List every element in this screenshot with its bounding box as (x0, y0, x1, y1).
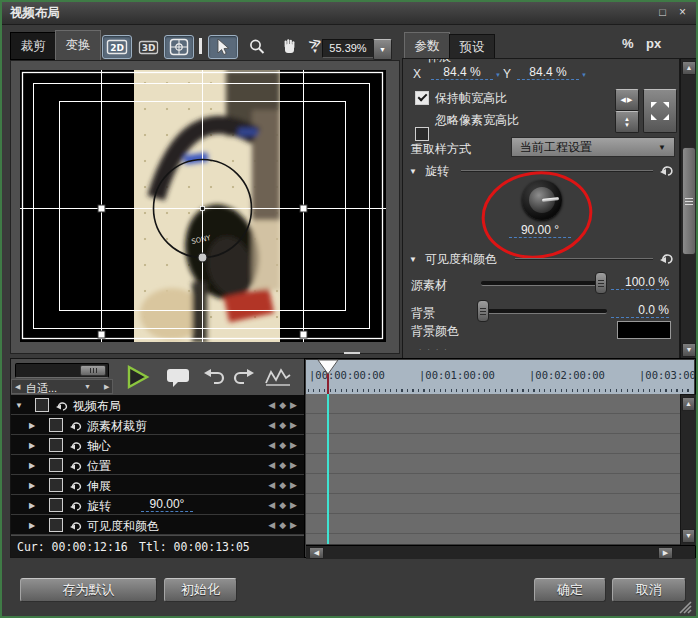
row-rotation-value[interactable]: 90.00° (141, 497, 193, 512)
tab-parameters[interactable]: 参数 (404, 32, 450, 60)
expand-icon[interactable]: ▶ (29, 421, 35, 430)
row-reset-icon[interactable] (69, 459, 83, 471)
bg-color-swatch[interactable] (617, 321, 671, 339)
panel-scroll-thumb[interactable] (682, 147, 696, 255)
scroll-down-button[interactable]: ▼ (682, 343, 696, 357)
bottom-left-handle[interactable] (98, 331, 105, 338)
add-keyframe-icon[interactable]: ◆ (279, 520, 290, 530)
resample-dropdown[interactable]: 当前工程设置 ▼ (511, 137, 675, 157)
bottom-right-handle[interactable] (300, 331, 307, 338)
timeline-zoom-thumb[interactable] (80, 365, 106, 376)
source-value-field[interactable]: 100.0 % (611, 275, 669, 290)
expand-icon[interactable]: ▶ (29, 501, 35, 510)
next-keyframe-icon[interactable]: ▶ (290, 500, 301, 510)
source-slider-track[interactable] (481, 281, 607, 286)
scroll-up-button[interactable]: ▲ (682, 61, 696, 75)
tree-row-stretch[interactable]: ▶ 伸展 ◀◆▶ (11, 475, 309, 495)
maximize-icon[interactable]: □ (655, 5, 670, 20)
scale-dropdown-icon[interactable]: ▼ (84, 383, 91, 390)
timeline-scale-dropdown[interactable]: ◀ 自适... ▼ ▶ (11, 379, 113, 394)
tree-row-anchor[interactable]: ▶ 轴心 ◀◆▶ (11, 435, 309, 455)
rotation-value-field[interactable]: 90.00 ° (509, 223, 571, 238)
y-spinner-icon[interactable]: ▼ (581, 72, 587, 78)
expand-icon[interactable]: ▶ (29, 481, 35, 490)
rotation-dial[interactable] (522, 180, 562, 220)
mode-3d-button[interactable]: 3D (133, 35, 163, 59)
fit-frame-button[interactable] (643, 89, 677, 133)
zoom-tool-button[interactable] (242, 35, 272, 59)
curve-editor-button[interactable] (265, 367, 291, 387)
redo-button[interactable] (231, 369, 255, 386)
tracks-vscrollbar[interactable]: ▲ ▼ (680, 394, 697, 546)
tab-transform[interactable]: 变换 (55, 30, 101, 60)
anchor-point[interactable] (201, 207, 205, 211)
playhead-marker[interactable] (317, 359, 339, 375)
expand-icon[interactable]: ▶ (29, 441, 35, 450)
unit-pixel-toggle[interactable]: px (646, 36, 661, 51)
visibility-collapse-icon[interactable]: ▼ (409, 255, 417, 264)
row-enable-checkbox[interactable] (49, 418, 63, 432)
left-edge-handle[interactable] (98, 205, 105, 212)
add-keyframe-icon[interactable]: ◆ (279, 460, 290, 470)
title-bar[interactable]: 视频布局 □ × (2, 2, 696, 25)
prev-keyframe-icon[interactable]: ◀ (268, 440, 279, 450)
background-value-field[interactable]: 0.0 % (611, 303, 669, 318)
resize-grip[interactable] (677, 599, 693, 614)
horizontal-spin-button[interactable]: ◀▶ (615, 89, 639, 111)
initialize-button[interactable]: 初始化 (164, 578, 237, 602)
rotation-section-label[interactable]: 旋转 (425, 163, 449, 180)
timeline-ruler[interactable]: |00:00:00:00 |00:01:00:00 |00:02:00:00 |… (306, 360, 694, 395)
next-keyframe-icon[interactable]: ▶ (290, 420, 301, 430)
background-slider-thumb[interactable] (477, 300, 489, 322)
tree-row-rotation[interactable]: ▶ 旋转 90.00° ◀◆▶ (11, 495, 309, 515)
row-reset-icon[interactable] (55, 399, 69, 411)
tracks-scroll-down-button[interactable]: ▼ (682, 529, 695, 543)
next-keyframe-icon[interactable]: ▶ (290, 400, 301, 410)
x-value-field[interactable]: 84.4 % (431, 65, 493, 80)
unit-percent-toggle[interactable]: % (622, 36, 634, 51)
prev-keyframe-icon[interactable]: ◀ (268, 520, 279, 530)
rotation-collapse-icon[interactable]: ▼ (409, 167, 417, 176)
expand-icon[interactable]: ▶ (29, 461, 35, 470)
ok-button[interactable]: 确定 (534, 578, 606, 602)
row-reset-icon[interactable] (69, 499, 83, 511)
tree-row-source-crop[interactable]: ▶ 源素材裁剪 ◀◆▶ (11, 415, 309, 435)
ignore-pixel-aspect-checkbox[interactable] (415, 127, 429, 141)
comment-button[interactable] (165, 367, 193, 389)
row-reset-icon[interactable] (69, 439, 83, 451)
y-value-field[interactable]: 84.4 % (517, 65, 579, 80)
prev-keyframe-icon[interactable]: ◀ (268, 400, 279, 410)
add-keyframe-icon[interactable]: ◆ (279, 400, 290, 410)
zoom-dropdown-button[interactable]: ▼ (373, 39, 392, 60)
visibility-section-label[interactable]: 可见度和颜色 (425, 251, 497, 268)
tab-crop[interactable]: 裁剪 (10, 32, 56, 60)
vertical-spin-button[interactable]: ▲ ▼ (615, 111, 639, 133)
row-enable-checkbox[interactable] (35, 398, 49, 412)
add-keyframe-icon[interactable]: ◆ (279, 500, 290, 510)
rotation-reset-icon[interactable] (659, 163, 675, 176)
row-enable-checkbox[interactable] (49, 518, 63, 532)
scale-next-icon[interactable]: ▶ (104, 383, 109, 391)
next-keyframe-icon[interactable]: ▶ (290, 440, 301, 450)
mode-2d-button[interactable]: 2D (102, 35, 132, 59)
row-enable-checkbox[interactable] (49, 478, 63, 492)
prev-keyframe-icon[interactable]: ◀ (268, 500, 279, 510)
row-enable-checkbox[interactable] (49, 438, 63, 452)
prev-keyframe-icon[interactable]: ◀ (268, 420, 279, 430)
tree-row-video-layout[interactable]: ▼ 视频布局 ◀◆▶ (11, 395, 309, 415)
expand-icon[interactable]: ▼ (15, 401, 23, 410)
next-keyframe-icon[interactable]: ▶ (290, 520, 301, 530)
tracks-scroll-up-button[interactable]: ▲ (682, 397, 695, 411)
panel-scrollbar[interactable]: ▲ ▼ (680, 58, 698, 362)
timeline-hscrollbar[interactable]: ◀ ▶ (306, 545, 695, 559)
expand-icon[interactable]: ▶ (29, 521, 35, 530)
keep-frame-aspect-checkbox[interactable] (415, 91, 429, 105)
hscroll-right-button[interactable]: ▶ (658, 547, 673, 559)
row-reset-icon[interactable] (69, 419, 83, 431)
timeline-zoom-slider[interactable] (15, 363, 109, 378)
next-keyframe-icon[interactable]: ▶ (290, 460, 301, 470)
tree-row-visibility[interactable]: ▶ 可见度和颜色 ◀◆▶ (11, 515, 309, 535)
right-edge-handle[interactable] (300, 205, 307, 212)
row-reset-icon[interactable] (69, 479, 83, 491)
row-enable-checkbox[interactable] (49, 498, 63, 512)
